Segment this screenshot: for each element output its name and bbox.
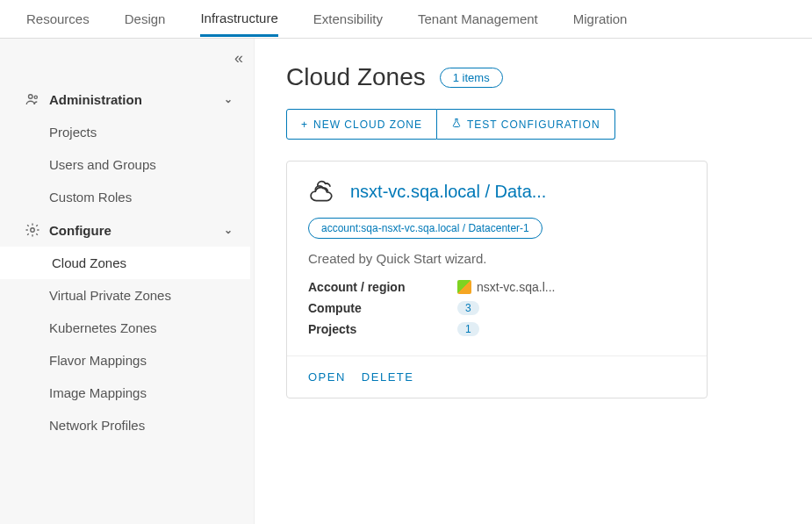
projects-count-badge: 1: [457, 322, 479, 336]
prop-account-region: Account / region nsxt-vc.sqa.l...: [308, 276, 686, 298]
items-count-badge: 1 items: [440, 68, 503, 88]
sidebar-section-configure[interactable]: Configure ⌄: [0, 213, 250, 247]
sidebar-item-virtual-private-zones[interactable]: Virtual Private Zones: [0, 279, 250, 312]
page-header: Cloud Zones 1 items: [286, 63, 780, 91]
prop-label: Account / region: [308, 280, 457, 294]
prop-value: 1: [457, 322, 479, 336]
vcenter-icon: [457, 280, 471, 294]
tab-migration[interactable]: Migration: [573, 11, 628, 35]
sidebar-item-projects[interactable]: Projects: [0, 116, 250, 148]
compute-count-badge: 3: [457, 301, 479, 315]
tab-resources[interactable]: Resources: [26, 11, 90, 35]
card-description: Created by Quick Start wizard.: [308, 251, 686, 266]
card-header: nsxt-vc.sqa.local / Data...: [287, 162, 707, 218]
sidebar-section-administration[interactable]: Administration ⌄: [0, 83, 250, 116]
sidebar-item-flavor-mappings[interactable]: Flavor Mappings: [0, 344, 250, 377]
delete-button[interactable]: DELETE: [362, 370, 414, 384]
sidebar-section-label: Administration: [49, 92, 142, 107]
chevron-down-icon: ⌄: [224, 224, 233, 236]
main-layout: « Administration ⌄ Projects Users and Gr…: [0, 39, 812, 524]
sidebar-item-custom-roles[interactable]: Custom Roles: [0, 181, 250, 213]
collapse-sidebar-icon[interactable]: «: [234, 49, 243, 68]
tab-extensibility[interactable]: Extensibility: [313, 11, 383, 35]
open-button[interactable]: OPEN: [308, 370, 346, 384]
action-buttons: + NEW CLOUD ZONE TEST CONFIGURATION: [286, 109, 780, 140]
page-title: Cloud Zones: [286, 63, 426, 91]
button-label: TEST CONFIGURATION: [467, 118, 600, 131]
card-title-link[interactable]: nsxt-vc.sqa.local / Data...: [350, 182, 686, 202]
prop-projects: Projects 1: [308, 319, 686, 340]
gear-icon: [25, 222, 40, 238]
sidebar-scroll[interactable]: Administration ⌄ Projects Users and Grou…: [0, 83, 254, 524]
top-tabs: Resources Design Infrastructure Extensib…: [0, 0, 812, 39]
plus-icon: +: [301, 118, 308, 131]
tab-tenant-management[interactable]: Tenant Management: [418, 11, 538, 35]
content-area: Cloud Zones 1 items + NEW CLOUD ZONE TES…: [255, 39, 812, 524]
button-label: NEW CLOUD ZONE: [313, 118, 422, 131]
svg-point-1: [34, 96, 37, 98]
sidebar-item-users-and-groups[interactable]: Users and Groups: [0, 148, 250, 181]
chevron-down-icon: ⌄: [224, 93, 233, 105]
svg-point-0: [29, 95, 33, 99]
sidebar-item-cloud-zones[interactable]: Cloud Zones: [0, 247, 250, 279]
prop-compute: Compute 3: [308, 298, 686, 319]
card-body: account:sqa-nsxt-vc.sqa.local / Datacent…: [287, 218, 707, 355]
tab-design[interactable]: Design: [125, 11, 166, 35]
new-cloud-zone-button[interactable]: + NEW CLOUD ZONE: [286, 109, 437, 140]
prop-label: Compute: [308, 301, 457, 315]
test-configuration-button[interactable]: TEST CONFIGURATION: [437, 109, 615, 140]
prop-value: 3: [457, 301, 479, 315]
cloud-zone-card: nsxt-vc.sqa.local / Data... account:sqa-…: [286, 161, 708, 398]
prop-label: Projects: [308, 322, 457, 336]
sidebar: « Administration ⌄ Projects Users and Gr…: [0, 39, 255, 524]
prop-value: nsxt-vc.sqa.l...: [457, 280, 555, 294]
sidebar-item-kubernetes-zones[interactable]: Kubernetes Zones: [0, 312, 250, 344]
sidebar-item-network-profiles[interactable]: Network Profiles: [0, 409, 250, 441]
account-value-text: nsxt-vc.sqa.l...: [477, 280, 555, 294]
sidebar-section-label: Configure: [49, 223, 111, 238]
sidebar-item-image-mappings[interactable]: Image Mappings: [0, 377, 250, 409]
svg-point-2: [31, 228, 35, 233]
flask-icon: [451, 117, 462, 132]
cloud-group-icon: [308, 179, 340, 204]
account-tag: account:sqa-nsxt-vc.sqa.local / Datacent…: [308, 218, 543, 239]
users-icon: [25, 91, 40, 107]
tab-infrastructure[interactable]: Infrastructure: [200, 11, 277, 37]
card-footer: OPEN DELETE: [287, 355, 707, 398]
